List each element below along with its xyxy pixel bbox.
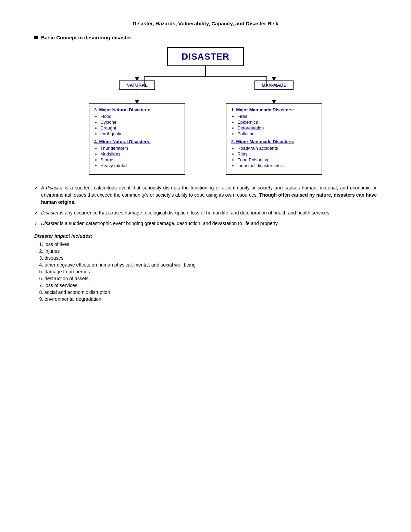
list-item: Industrial disaster crisis: [237, 163, 317, 168]
manmade-branch: MAN-MADE 1. Major Man-made Disasters: Fi…: [226, 77, 322, 175]
list-item: Epidemics: [237, 120, 317, 125]
list-item: Deforestation: [237, 125, 317, 131]
manmade-detail-arrow: [272, 100, 276, 103]
list-item: earthquake: [100, 131, 180, 136]
section-heading-container: Basic Concept in describing disaster: [34, 35, 377, 40]
minor-manmade-label: 2. Minor Man-made Disasters:: [231, 139, 317, 144]
impact-section: Disaster impact includes: loss of lives …: [34, 233, 377, 302]
manmade-node: MAN-MADE: [254, 81, 294, 90]
impact-item: diseases: [45, 255, 377, 261]
disaster-root-box: DISASTER: [167, 47, 244, 66]
section-heading: Basic Concept in describing disaster: [41, 35, 131, 40]
list-item: Heavy rainfall: [100, 163, 180, 168]
impact-item: loss of lives: [45, 242, 377, 247]
impact-item: loss of services: [45, 283, 377, 288]
list-item: Storms: [100, 157, 180, 162]
check-item-2: ✓ Disaster is any occurrence that causes…: [34, 209, 377, 216]
natural-vert-line: [137, 90, 137, 100]
minor-natural-label: 4. Minor Natural Disasters:: [94, 139, 180, 144]
disaster-diagram: DISASTER NATURAL 3. Major Natural Disast…: [34, 47, 377, 175]
h-spread-line: [144, 76, 267, 77]
natural-arrow: [135, 77, 139, 81]
natural-detail-arrow: [135, 100, 139, 103]
list-item: Mudslides: [100, 151, 180, 157]
check-text-3: Disaster is a sudden catastrophic event …: [41, 220, 279, 227]
check-section: ✓ A disaster is a sudden, calamitous eve…: [34, 184, 377, 227]
major-natural-list: Flood Cyclone Drought earthquake: [100, 114, 180, 136]
major-manmade-list: Fires Epidemics Deforestation Pollution: [237, 114, 317, 136]
manmade-vert-line: [274, 90, 274, 100]
check-item-3: ✓ Disaster is a sudden catastrophic even…: [34, 220, 377, 227]
check-item-1: ✓ A disaster is a sudden, calamitous eve…: [34, 184, 377, 206]
check-mark-3: ✓: [34, 220, 38, 227]
major-manmade-label: 1. Major Man-made Disasters:: [231, 107, 317, 112]
minor-manmade-list: Road/train accidents Riots Food Poisonin…: [237, 146, 317, 168]
manmade-detail-box: 1. Major Man-made Disasters: Fires Epide…: [226, 103, 322, 175]
list-item: Riots: [237, 151, 317, 157]
natural-detail-box: 3. Major Natural Disasters: Flood Cyclon…: [89, 103, 185, 175]
bullet-square-icon: [34, 36, 38, 39]
minor-natural-list: Thunderstorm Mudslides Storms Heavy rain…: [100, 146, 180, 168]
impact-list: loss of lives injuries diseases other ne…: [45, 242, 377, 302]
natural-node: NATURAL: [119, 81, 155, 90]
list-item: Drought: [100, 125, 180, 131]
right-branch-vert: [266, 76, 267, 87]
list-item: Fires: [237, 114, 317, 119]
list-item: Thunderstorm: [100, 146, 180, 151]
branches-row: NATURAL 3. Major Natural Disasters: Floo…: [89, 77, 322, 175]
left-branch-vert: [144, 76, 145, 87]
impact-item: social and economic disruption: [45, 289, 377, 295]
manmade-arrow: [272, 77, 276, 81]
impact-title: Disaster impact includes:: [34, 233, 377, 239]
check-mark-1: ✓: [34, 184, 38, 191]
root-vert-line: [205, 66, 206, 76]
list-item: Road/train accidents: [237, 146, 317, 151]
list-item: Cyclone: [100, 120, 180, 125]
list-item: Flood: [100, 114, 180, 119]
impact-item: destruction of assets,: [45, 276, 377, 281]
page-title: Disaster, Hazards, Vulnerability, Capaci…: [34, 21, 377, 26]
impact-item: damage to properties: [45, 269, 377, 274]
check-mark-2: ✓: [34, 209, 38, 216]
check-text-2: Disaster is any occurrence that causes d…: [41, 209, 331, 216]
major-natural-label: 3. Major Natural Disasters:: [94, 107, 180, 112]
check-text-1: A disaster is a sudden, calamitous event…: [41, 184, 377, 206]
impact-item: environmental degradation: [45, 296, 377, 302]
list-item: Pollution: [237, 131, 317, 136]
natural-branch: NATURAL 3. Major Natural Disasters: Floo…: [89, 77, 185, 175]
impact-item: other negative effects on human physical…: [45, 262, 377, 268]
impact-item: injuries: [45, 248, 377, 254]
list-item: Food Poisoning: [237, 157, 317, 162]
